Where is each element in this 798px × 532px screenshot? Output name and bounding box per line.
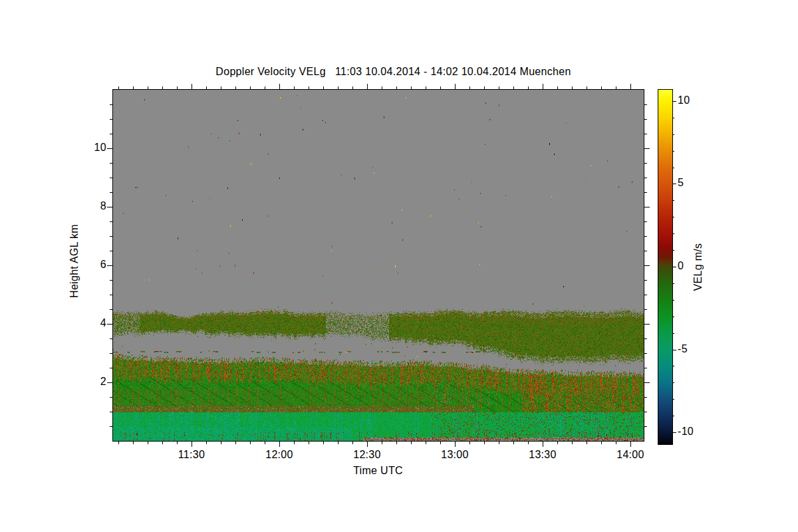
y-tick-label: 8 bbox=[72, 200, 106, 212]
colorbar-tick-label: 5 bbox=[678, 177, 711, 189]
x-minor-tick-top bbox=[396, 86, 397, 89]
y-minor-tick-right bbox=[644, 338, 647, 339]
x-minor-tick-top bbox=[616, 86, 616, 89]
x-major-tick-top bbox=[279, 84, 280, 89]
y-major-tick bbox=[107, 324, 112, 325]
y-minor-tick-right bbox=[644, 178, 647, 178]
y-minor-tick bbox=[110, 236, 112, 237]
x-minor-tick bbox=[323, 442, 324, 444]
y-minor-tick bbox=[110, 134, 112, 134]
y-major-tick bbox=[107, 148, 112, 149]
y-minor-tick-right bbox=[644, 221, 647, 222]
y-minor-tick-right bbox=[644, 104, 647, 105]
x-tick-label: 13:30 bbox=[521, 449, 564, 461]
y-minor-tick-right bbox=[644, 119, 647, 120]
x-major-tick bbox=[367, 442, 368, 447]
y-minor-tick-right bbox=[644, 192, 647, 193]
x-minor-tick bbox=[572, 442, 573, 444]
x-axis-label: Time UTC bbox=[112, 465, 644, 477]
x-minor-tick bbox=[133, 442, 134, 444]
x-major-tick-top bbox=[367, 84, 368, 89]
chart-title: Doppler Velocity VELg 11:03 10.04.2014 -… bbox=[113, 66, 674, 78]
x-minor-tick-top bbox=[528, 86, 529, 89]
x-major-tick-top bbox=[192, 84, 192, 89]
x-minor-tick-top bbox=[118, 86, 119, 89]
y-minor-tick-right bbox=[644, 353, 647, 354]
y-major-tick bbox=[107, 207, 112, 207]
x-minor-tick bbox=[484, 442, 485, 444]
x-minor-tick bbox=[206, 442, 207, 444]
x-minor-tick-top bbox=[426, 86, 426, 89]
y-minor-tick-right bbox=[644, 163, 647, 164]
x-tick-label: 13:00 bbox=[434, 449, 476, 461]
doppler-velocity-figure: Doppler Velocity VELg 11:03 10.04.2014 -… bbox=[0, 0, 798, 532]
x-minor-tick-top bbox=[221, 86, 221, 89]
y-minor-tick bbox=[110, 338, 112, 339]
x-minor-tick-top bbox=[469, 86, 470, 89]
x-minor-tick bbox=[250, 442, 251, 444]
y-minor-tick bbox=[110, 353, 112, 354]
colorbar-tick-label: 0 bbox=[678, 260, 711, 272]
x-minor-tick bbox=[587, 442, 587, 444]
x-tick-label: 12:30 bbox=[346, 449, 388, 461]
x-minor-tick bbox=[396, 442, 397, 444]
x-tick-label: 12:00 bbox=[258, 449, 301, 461]
colorbar-tick-label: -5 bbox=[678, 343, 711, 355]
x-minor-tick bbox=[177, 442, 178, 444]
y-major-tick-right bbox=[644, 382, 650, 383]
y-minor-tick bbox=[110, 104, 112, 105]
x-minor-tick-top bbox=[323, 86, 324, 89]
x-minor-tick bbox=[118, 442, 119, 444]
colorbar-tick-label: 10 bbox=[678, 94, 711, 106]
y-tick-label: 4 bbox=[72, 317, 106, 329]
y-minor-tick bbox=[110, 178, 112, 178]
x-tick-label: 14:00 bbox=[609, 449, 652, 461]
colorbar-tick-label: -10 bbox=[678, 426, 711, 438]
x-major-tick bbox=[455, 442, 456, 447]
y-minor-tick-right bbox=[644, 134, 647, 134]
y-minor-tick-right bbox=[644, 251, 647, 251]
x-minor-tick-top bbox=[440, 86, 441, 89]
y-minor-tick bbox=[110, 309, 112, 310]
x-major-tick bbox=[630, 442, 631, 447]
x-minor-tick bbox=[221, 442, 221, 444]
y-tick-label: 2 bbox=[72, 376, 106, 388]
x-major-tick-top bbox=[630, 84, 631, 89]
x-minor-tick bbox=[265, 442, 265, 444]
y-major-tick-right bbox=[644, 148, 650, 149]
x-minor-tick-top bbox=[148, 86, 148, 89]
x-minor-tick bbox=[309, 442, 309, 444]
x-minor-tick bbox=[616, 442, 616, 444]
x-minor-tick bbox=[162, 442, 163, 444]
y-minor-tick-right bbox=[644, 236, 647, 237]
x-minor-tick bbox=[411, 442, 412, 444]
y-minor-tick bbox=[110, 192, 112, 193]
x-minor-tick-top bbox=[162, 86, 163, 89]
y-major-tick bbox=[107, 382, 112, 383]
y-minor-tick-right bbox=[644, 280, 647, 281]
x-minor-tick-top bbox=[250, 86, 251, 89]
x-minor-tick bbox=[513, 442, 514, 444]
y-minor-tick-right bbox=[644, 426, 647, 427]
colorbar bbox=[658, 89, 673, 445]
x-minor-tick bbox=[294, 442, 295, 444]
heatmap-canvas bbox=[113, 90, 644, 441]
y-minor-tick bbox=[110, 221, 112, 222]
y-major-tick-right bbox=[644, 265, 650, 266]
y-minor-tick-right bbox=[644, 309, 647, 310]
x-minor-tick-top bbox=[352, 86, 353, 89]
y-minor-tick bbox=[110, 251, 112, 251]
x-minor-tick-top bbox=[235, 86, 236, 89]
x-minor-tick bbox=[557, 442, 558, 444]
x-minor-tick bbox=[382, 442, 382, 444]
x-minor-tick bbox=[338, 442, 338, 444]
x-minor-tick-top bbox=[382, 86, 382, 89]
x-minor-tick-top bbox=[265, 86, 265, 89]
y-minor-tick bbox=[110, 412, 112, 412]
x-minor-tick-top bbox=[294, 86, 295, 89]
y-minor-tick bbox=[110, 119, 112, 120]
x-minor-tick bbox=[235, 442, 236, 444]
x-minor-tick-top bbox=[133, 86, 134, 89]
x-minor-tick-top bbox=[484, 86, 485, 89]
x-minor-tick bbox=[440, 442, 441, 444]
